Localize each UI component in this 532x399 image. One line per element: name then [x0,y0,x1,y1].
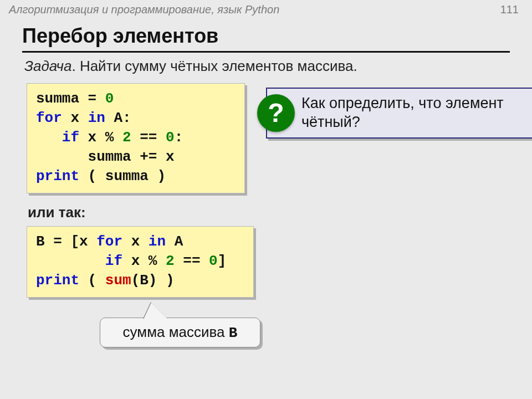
code-token: for [36,110,62,126]
code-token: ( summa ) [79,168,166,185]
callout-varname: B [229,325,238,341]
code-token: print [36,168,79,185]
code-token: if [105,253,122,269]
code-token: ] [218,253,227,269]
code-block-2: B = [x for x in A if x % 2 == 0] print (… [27,226,254,298]
course-name: Алгоритмизация и программирование, язык … [9,3,279,16]
code-token: A [166,233,183,250]
code-token: ( [79,272,105,289]
code-token: == [131,129,166,146]
problem-label: Задача [24,58,71,74]
callout-tail [144,303,168,319]
code-token: x [62,110,88,126]
code-token: : [175,129,183,146]
code-token: x [122,233,149,250]
code-token: summa += x [36,149,175,165]
page-number: 111 [500,3,519,16]
code-token: print [36,272,79,289]
code-token: x % [122,253,166,269]
code-token: sum [105,272,131,289]
code-token: 0 [166,129,175,146]
code-token: 2 [122,129,131,146]
slide-title: Перебор элементов [22,24,510,53]
code-token: in [88,110,105,126]
hint-text: Как определить, что элемент чётный? [301,95,504,130]
code-token: for [96,233,122,250]
code-token: 2 [166,253,175,269]
code-token [36,253,105,269]
code-token: x % [79,129,122,146]
code-block-1: summa = 0 for x in A: if x % 2 == 0: sum… [27,83,245,193]
problem-text: . Найти сумму чётных элементов массива. [71,58,357,74]
code-token: 0 [105,90,114,107]
alt-label: или так: [28,204,86,221]
problem-statement: Задача. Найти сумму чётных элементов мас… [24,58,357,75]
code-token: summa = [36,90,105,107]
code-token: (B) ) [131,272,175,289]
code-token: == [175,253,209,269]
hint-box: ? Как определить, что элемент чётный? [266,88,532,139]
code-token: A: [105,110,131,126]
question-mark-icon: ? [257,94,295,132]
slide: Алгоритмизация и программирование, язык … [0,0,532,399]
header: Алгоритмизация и программирование, язык … [9,3,519,16]
callout-text: сумма массива [123,324,229,340]
code-token: if [36,129,79,146]
callout: сумма массива B [100,318,260,347]
code-token: in [149,233,166,250]
code-token: B = [x [36,233,96,250]
code-token: 0 [209,253,218,269]
